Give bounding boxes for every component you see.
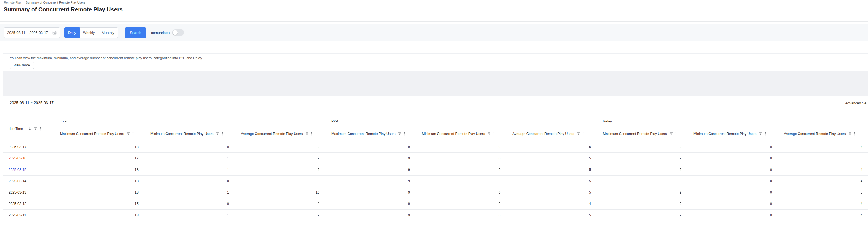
date-range-input[interactable]: 2025-03-11 ~ 2025-03-17	[4, 27, 60, 38]
value-cell: 9	[597, 153, 688, 164]
column-header-total-max[interactable]: Maximum Concurrent Remote Play Users	[54, 126, 145, 141]
value-cell: 9	[326, 164, 416, 175]
column-header-total-min[interactable]: Minimum Concurrent Remote Play Users	[145, 126, 235, 141]
toolbar: 2025-03-11 ~ 2025-03-17 DailyWeeklyMonth…	[0, 24, 868, 41]
value-cell: 0	[416, 141, 506, 153]
value-cell: 0	[688, 153, 778, 164]
page-title: Summary of Concurrent Remote Play Users	[4, 6, 123, 13]
column-menu-icon[interactable]	[404, 132, 405, 136]
column-header-relay-avg[interactable]: Average Concurrent Remote Play Users	[778, 126, 868, 141]
group-header-p2p: P2P	[326, 116, 597, 126]
column-header-datetime[interactable]: dateTime	[3, 116, 54, 141]
value-cell: 1	[145, 210, 235, 221]
sort-descending-icon[interactable]	[28, 127, 31, 131]
date-cell: 2025-03-12	[3, 198, 54, 210]
filter-icon[interactable]	[488, 133, 491, 135]
value-cell: 0	[688, 175, 778, 187]
view-more-button[interactable]: View more	[10, 62, 34, 69]
value-cell: 1	[145, 164, 235, 175]
column-header-total-avg[interactable]: Average Concurrent Remote Play Users	[235, 126, 326, 141]
value-cell: 9	[326, 210, 416, 221]
filter-icon[interactable]	[759, 133, 762, 135]
column-menu-icon[interactable]	[311, 132, 312, 136]
advanced-search-link[interactable]: Advanced Se	[845, 101, 866, 105]
column-menu-icon[interactable]	[493, 132, 494, 136]
calendar-icon[interactable]	[53, 31, 57, 35]
search-button[interactable]: Search	[125, 27, 146, 38]
breadcrumb: Remote Play > Summary of Concurrent Remo…	[4, 1, 85, 4]
column-menu-icon[interactable]	[854, 132, 855, 136]
value-cell: 8	[235, 198, 326, 210]
date-range-value: 2025-03-11 ~ 2025-03-17	[7, 31, 48, 35]
date-cell: 2025-03-15	[3, 164, 54, 175]
value-cell: 0	[416, 153, 506, 164]
value-cell: 0	[416, 175, 506, 187]
value-cell: 5	[506, 153, 597, 164]
value-cell: 4	[778, 210, 868, 221]
value-cell: 9	[326, 153, 416, 164]
filter-icon[interactable]	[216, 133, 219, 135]
period-daily-button[interactable]: Daily	[64, 27, 80, 38]
column-menu-icon[interactable]	[765, 132, 766, 136]
column-label: Average Concurrent Remote Play Users	[241, 132, 303, 136]
column-label: Maximum Concurrent Remote Play Users	[603, 132, 667, 136]
value-cell: 5	[506, 164, 597, 175]
value-cell: 9	[326, 198, 416, 210]
filter-icon[interactable]	[398, 133, 401, 135]
column-menu-icon[interactable]	[40, 127, 41, 131]
filter-icon[interactable]	[848, 133, 851, 135]
column-header-relay-min[interactable]: Minimum Concurrent Remote Play Users	[688, 126, 778, 141]
value-cell: 4	[778, 164, 868, 175]
value-cell: 10	[235, 187, 326, 198]
summary-table: dateTimeTotalP2PRelayMaximum Concurrent …	[3, 116, 868, 221]
comparison-toggle[interactable]	[172, 29, 184, 35]
column-menu-icon[interactable]	[132, 132, 133, 136]
divider	[0, 21, 868, 22]
value-cell: 0	[688, 141, 778, 153]
column-header-p2p-avg[interactable]: Average Concurrent Remote Play Users	[506, 126, 597, 141]
column-label: Minimum Concurrent Remote Play Users	[150, 132, 213, 136]
column-header-p2p-max[interactable]: Maximum Concurrent Remote Play Users	[326, 126, 416, 141]
value-cell: 4	[778, 175, 868, 187]
table-range-label: 2025-03-11 ~ 2025-03-17	[10, 101, 54, 105]
column-menu-icon[interactable]	[583, 132, 584, 136]
value-cell: 0	[416, 164, 506, 175]
value-cell: 5	[506, 210, 597, 221]
value-cell: 9	[326, 141, 416, 153]
toggle-knob	[173, 30, 178, 35]
column-label: Maximum Concurrent Remote Play Users	[60, 132, 124, 136]
group-label: P2P	[332, 119, 338, 123]
value-cell: 5	[778, 187, 868, 198]
column-menu-icon[interactable]	[222, 132, 223, 136]
value-cell: 1	[145, 187, 235, 198]
value-cell: 9	[597, 175, 688, 187]
group-label: Relay	[603, 119, 612, 123]
value-cell: 9	[235, 175, 326, 187]
breadcrumb-item-current: Summary of Concurrent Remote Play Users	[26, 1, 86, 4]
column-menu-icon[interactable]	[675, 132, 677, 136]
value-cell: 9	[597, 210, 688, 221]
value-cell: 4	[778, 198, 868, 210]
value-cell: 17	[54, 153, 145, 164]
column-label: Average Concurrent Remote Play Users	[513, 132, 574, 136]
value-cell: 9	[235, 153, 326, 164]
value-cell: 18	[54, 141, 145, 153]
main-content: You can view the maximum, minimum, and a…	[3, 42, 868, 225]
value-cell: 9	[597, 164, 688, 175]
period-monthly-button[interactable]: Monthly	[98, 27, 118, 38]
value-cell: 9	[326, 187, 416, 198]
period-weekly-button[interactable]: Weekly	[80, 27, 98, 38]
filter-icon[interactable]	[305, 133, 309, 135]
value-cell: 18	[54, 164, 145, 175]
group-header-relay: Relay	[597, 116, 868, 126]
breadcrumb-item-remote-play[interactable]: Remote Play	[4, 1, 21, 4]
value-cell: 0	[416, 210, 506, 221]
filter-icon[interactable]	[577, 133, 580, 135]
filter-icon[interactable]	[34, 128, 37, 130]
filter-icon[interactable]	[127, 133, 130, 135]
column-label: Maximum Concurrent Remote Play Users	[332, 132, 396, 136]
value-cell: 5	[506, 141, 597, 153]
column-header-relay-max[interactable]: Maximum Concurrent Remote Play Users	[597, 126, 688, 141]
column-header-p2p-min[interactable]: Minimum Concurrent Remote Play Users	[416, 126, 506, 141]
filter-icon[interactable]	[670, 133, 673, 135]
